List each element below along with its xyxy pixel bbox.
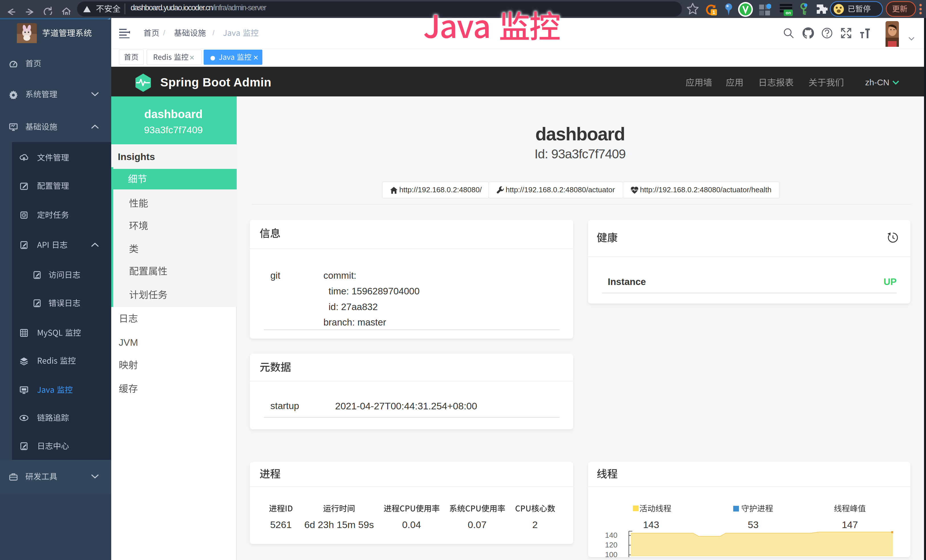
svg-text:1: 1 <box>713 10 715 15</box>
svg-text:on: on <box>786 10 791 15</box>
